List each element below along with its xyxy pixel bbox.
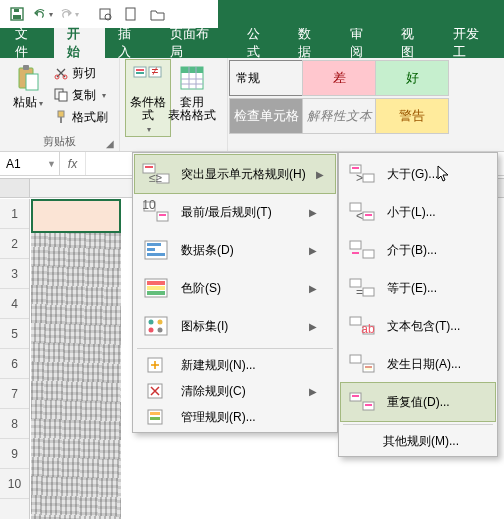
mi-iconsets[interactable]: 图标集(I)▶ [135,307,335,345]
svg-rect-53 [352,167,359,169]
tab-file[interactable]: 文件 [2,28,54,58]
style-bad[interactable]: 差 [302,60,376,96]
row-header[interactable]: 7 [0,379,29,409]
row-header[interactable]: 6 [0,349,29,379]
tab-layout[interactable]: 页面布局 [157,28,234,58]
duplicate-icon [347,388,377,416]
mi-newrule[interactable]: 新建规则(N)... [135,352,335,378]
svg-rect-42 [145,317,167,335]
dateoccurs-icon [347,350,377,378]
svg-text:≠: ≠ [152,64,159,78]
column-a-obscured [31,199,121,519]
mi-highlight[interactable]: ≤≥ 突出显示单元格规则(H)▶ [135,155,335,193]
svg-rect-58 [365,214,372,216]
row-header[interactable]: 10 [0,469,29,499]
row-header[interactable]: 5 [0,319,29,349]
mi-colorscales[interactable]: 色阶(S)▶ [135,269,335,307]
name-box[interactable] [0,152,44,175]
group-clipboard-label: 剪贴板 [0,134,119,149]
qat-open[interactable] [146,3,168,25]
mi-textcontains[interactable]: ab文本包含(T)... [341,307,495,345]
mi-clear[interactable]: 清除规则(C)▶ [135,378,335,404]
svg-rect-7 [23,65,29,70]
brush-icon [54,110,68,124]
clear-icon [141,381,171,401]
svg-rect-32 [157,212,168,221]
svg-rect-39 [147,281,165,285]
svg-rect-14 [60,117,62,123]
mi-greater[interactable]: >大于(G)... [341,155,495,193]
svg-text:ab: ab [361,322,375,336]
svg-text:>: > [356,171,363,185]
cut-button[interactable]: 剪切 [50,62,112,84]
copy-button[interactable]: 复制▾ [50,84,112,106]
name-box-dropdown[interactable]: ▼ [44,152,59,175]
mi-between[interactable]: 介于(B)... [341,231,495,269]
style-good[interactable]: 好 [375,60,449,96]
svg-point-46 [158,328,163,333]
format-painter-button[interactable]: 格式刷 [50,106,112,128]
svg-rect-51 [150,417,160,420]
colorscales-icon [141,274,171,302]
tab-data[interactable]: 数据 [285,28,337,58]
manage-icon [141,407,171,427]
row-header[interactable]: 9 [0,439,29,469]
highlight-icon: ≤≥ [141,160,171,188]
style-check[interactable]: 检查单元格 [229,98,303,134]
menu-highlight-rules: >大于(G)... <小于(L)... 介于(B)... =等于(E)... a… [338,152,498,457]
style-normal[interactable]: 常规 [236,70,260,87]
mi-dateoccurs[interactable]: 发生日期(A)... [341,345,495,383]
qat-undo[interactable]: ▾ [32,3,54,25]
qat-new[interactable] [120,3,142,25]
cond-format-icon: ≠ [132,62,164,94]
svg-rect-1 [13,15,21,19]
row-header[interactable]: 3 [0,259,29,289]
row-header[interactable]: 8 [0,409,29,439]
tab-review[interactable]: 审阅 [337,28,389,58]
tab-dev[interactable]: 开发工 [440,28,504,58]
row-header[interactable]: 1 [0,199,29,229]
tab-insert[interactable]: 插入 [105,28,157,58]
qat-preview[interactable] [94,3,116,25]
copy-icon [54,88,68,102]
cursor-icon [437,165,451,183]
svg-rect-8 [26,74,38,90]
paste-label: 粘贴 [13,95,37,109]
mi-equal[interactable]: =等于(E)... [341,269,495,307]
selection [31,199,121,233]
svg-rect-21 [181,67,203,73]
paste-button[interactable]: 粘贴▾ [6,60,50,128]
conditional-format-button[interactable]: ≠ 条件格式▾ [126,60,170,136]
svg-text:10: 10 [142,200,156,212]
style-warn[interactable]: 警告 [375,98,449,134]
tab-home[interactable]: 开始 [54,28,106,58]
mi-databars[interactable]: 数据条(D)▶ [135,231,335,269]
svg-text:<: < [356,209,363,223]
row-header[interactable]: 4 [0,289,29,319]
svg-rect-17 [136,72,144,74]
mi-more-rules[interactable]: 其他规则(M)... [341,428,495,454]
tab-formulas[interactable]: 公式 [234,28,286,58]
svg-point-45 [149,328,154,333]
table-format-icon [176,62,208,94]
table-format-button[interactable]: 套用 表格格式 [170,60,214,136]
svg-rect-2 [14,9,19,12]
qat-redo[interactable]: ▾ [58,3,80,25]
dialog-launcher-clipboard[interactable]: ◢ [103,136,117,150]
svg-rect-54 [363,174,374,182]
svg-rect-60 [350,241,361,249]
mi-topbottom[interactable]: 10 最前/最后规则(T)▶ [135,193,335,231]
select-all[interactable] [0,179,30,197]
style-explain[interactable]: 解释性文本 [302,98,376,134]
mi-less[interactable]: <小于(L)... [341,193,495,231]
fx-insert-func[interactable]: fx [60,152,86,175]
mi-duplicate[interactable]: 重复值(D)... [341,383,495,421]
svg-rect-64 [363,288,374,296]
qat-save[interactable] [6,3,28,25]
svg-rect-41 [147,291,165,295]
row-header[interactable]: 2 [0,229,29,259]
tab-view[interactable]: 视图 [388,28,440,58]
qat-customize[interactable]: ▾ [178,3,200,25]
svg-rect-61 [363,250,374,258]
mi-manage[interactable]: 管理规则(R)... [135,404,335,430]
